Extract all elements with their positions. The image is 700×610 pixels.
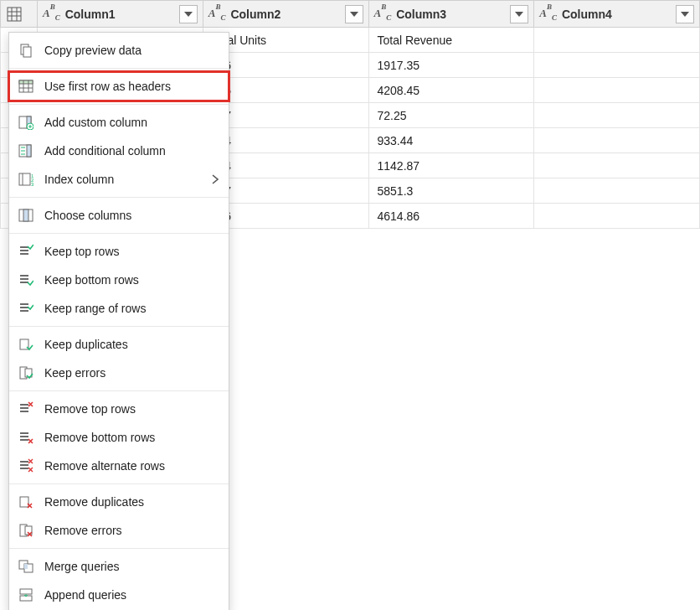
menu-label: Keep top rows [44, 245, 120, 258]
menu-label: Append queries [44, 588, 126, 602]
column-header-1[interactable]: ABC Column1 [38, 1, 203, 28]
menu-label: Use first row as headers [44, 80, 171, 93]
menu-separator [9, 483, 229, 484]
menu-merge-queries[interactable]: Merge queries [9, 552, 229, 581]
filter-button[interactable] [179, 5, 198, 23]
cell[interactable] [534, 204, 700, 229]
cell[interactable]: 5851.3 [368, 178, 534, 204]
keep-bottom-rows-icon [18, 271, 34, 288]
remove-duplicates-icon [18, 494, 34, 510]
cell[interactable] [534, 28, 700, 53]
abc-type-icon: ABC [374, 6, 392, 22]
column-header-2[interactable]: ABC Column2 [203, 1, 368, 28]
header-row: ABC Column1 ABC Column2 AB [1, 1, 700, 28]
menu-copy-preview-data[interactable]: Copy preview data [9, 36, 229, 65]
menu-keep-bottom-rows[interactable]: Keep bottom rows [9, 266, 229, 294]
menu-label: Add conditional column [44, 144, 166, 158]
svg-text:3: 3 [31, 182, 33, 187]
column-label: Column3 [396, 8, 446, 21]
remove-top-rows-icon [18, 401, 34, 417]
column-header-3[interactable]: ABC Column3 [368, 1, 534, 28]
svg-rect-8 [19, 80, 33, 84]
cell[interactable]: 933.44 [368, 128, 534, 153]
menu-label: Keep range of rows [44, 302, 146, 315]
table-context-menu: Copy preview data Use first row as heade… [8, 32, 229, 610]
menu-append-queries[interactable]: Append queries [9, 581, 229, 609]
abc-type-icon: ABC [208, 6, 226, 22]
menu-keep-errors[interactable]: Keep errors [9, 359, 229, 387]
filter-button[interactable] [510, 5, 528, 23]
custom-column-icon [18, 114, 34, 131]
keep-errors-icon [18, 364, 34, 381]
svg-rect-0 [8, 8, 21, 21]
menu-remove-alternate-rows[interactable]: Remove alternate rows [9, 452, 229, 480]
table-icon [6, 6, 23, 23]
cell[interactable] [534, 53, 700, 78]
column-label: Column4 [562, 8, 612, 21]
svg-rect-23 [23, 209, 28, 221]
cell[interactable]: 4614.86 [368, 204, 534, 229]
table-headers-icon [18, 78, 34, 95]
copy-icon [18, 42, 34, 59]
menu-label: Copy preview data [44, 44, 142, 57]
menu-keep-top-rows[interactable]: Keep top rows [9, 237, 229, 266]
menu-add-custom-column[interactable]: Add custom column [9, 108, 229, 137]
svg-rect-17 [19, 173, 30, 185]
menu-separator [9, 197, 229, 198]
menu-label: Remove alternate rows [44, 459, 165, 473]
submenu-arrow-icon [212, 174, 219, 184]
keep-duplicates-icon [18, 336, 34, 353]
menu-add-conditional-column[interactable]: Add conditional column [9, 137, 229, 165]
menu-label: Remove errors [44, 524, 122, 537]
cell[interactable]: 72.25 [368, 103, 534, 128]
menu-keep-duplicates[interactable]: Keep duplicates [9, 330, 229, 359]
menu-label: Merge queries [44, 560, 120, 573]
menu-choose-columns[interactable]: Choose columns [9, 201, 229, 230]
menu-remove-bottom-rows[interactable]: Remove bottom rows [9, 423, 229, 452]
menu-remove-top-rows[interactable]: Remove top rows [9, 395, 229, 423]
abc-type-icon: ABC [539, 6, 557, 22]
menu-remove-errors[interactable]: Remove errors [9, 516, 229, 545]
menu-label: Choose columns [44, 209, 131, 222]
menu-label: Remove top rows [44, 402, 136, 416]
menu-separator [9, 326, 229, 327]
cell[interactable] [534, 153, 700, 178]
cell[interactable] [534, 103, 700, 128]
menu-index-column[interactable]: 123 Index column [9, 165, 229, 194]
menu-remove-duplicates[interactable]: Remove duplicates [9, 488, 229, 516]
filter-button[interactable] [345, 5, 363, 23]
cell[interactable] [534, 178, 700, 204]
menu-separator [9, 104, 229, 105]
cell[interactable]: 1917.35 [368, 53, 534, 78]
menu-label: Remove bottom rows [44, 431, 155, 444]
cell[interactable]: 4208.45 [368, 78, 534, 103]
keep-range-rows-icon [18, 300, 34, 317]
merge-queries-icon [18, 558, 34, 575]
svg-rect-32 [24, 564, 28, 569]
cell[interactable]: Total Revenue [368, 28, 534, 53]
menu-use-first-row-as-headers[interactable]: Use first row as headers [9, 72, 229, 101]
abc-type-icon: ABC [43, 6, 60, 22]
cell[interactable]: 1142.87 [368, 153, 534, 178]
menu-keep-range-of-rows[interactable]: Keep range of rows [9, 294, 229, 323]
remove-bottom-rows-icon [18, 429, 34, 446]
filter-button[interactable] [676, 5, 694, 23]
cell[interactable] [534, 128, 700, 153]
menu-separator [9, 233, 229, 234]
conditional-column-icon [18, 142, 34, 159]
menu-label: Keep duplicates [44, 338, 128, 351]
column-header-4[interactable]: ABC Column4 [534, 1, 700, 28]
menu-label: Add custom column [44, 116, 147, 129]
svg-rect-27 [20, 497, 28, 507]
keep-top-rows-icon [18, 243, 34, 260]
append-queries-icon [18, 587, 34, 603]
column-label: Column1 [65, 8, 116, 21]
menu-separator [9, 548, 229, 549]
cell[interactable] [534, 78, 700, 103]
choose-columns-icon [18, 207, 34, 224]
menu-label: Keep bottom rows [44, 273, 139, 287]
column-label: Column2 [230, 8, 281, 21]
remove-alternate-rows-icon [18, 458, 34, 474]
table-corner-button[interactable] [1, 1, 38, 28]
index-column-icon: 123 [18, 171, 34, 188]
